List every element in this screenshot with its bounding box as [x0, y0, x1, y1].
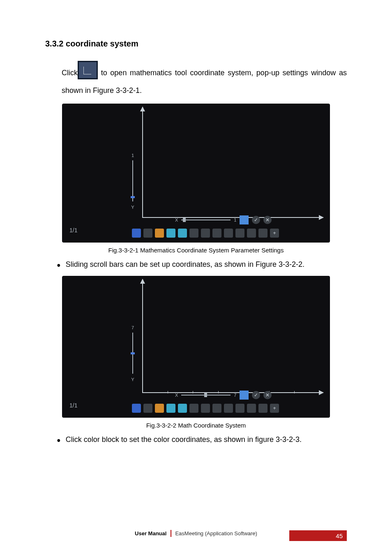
y-slider-value: 7	[128, 325, 138, 330]
arrow-right-icon	[319, 390, 324, 395]
arrow-right-icon	[319, 215, 324, 220]
x-slider-value: 1	[234, 217, 236, 222]
x-slider-track[interactable]	[181, 220, 231, 220]
toolbar-icon[interactable]	[247, 404, 256, 413]
toolbar-icon[interactable]	[224, 404, 233, 413]
screenshot-1: 1 Y X 1 ✓ ✕ 1/1	[62, 104, 330, 243]
para1-post: to open mathematics tool coordinate syst…	[62, 69, 347, 95]
bullet-icon: ●	[57, 260, 61, 270]
cancel-button[interactable]: ✕	[263, 216, 272, 224]
paragraph-1: Click to open mathematics tool coordinat…	[62, 61, 347, 99]
para1-pre: Click	[62, 69, 78, 77]
toolbar-icon[interactable]	[143, 404, 152, 413]
x-axis-label: X	[175, 393, 178, 398]
figure-1-caption: Fig.3-3-2-1 Mathematics Coordinate Syste…	[45, 247, 347, 254]
toolbar-icon[interactable]	[132, 404, 141, 413]
axes	[142, 279, 323, 393]
confirm-button[interactable]: ✓	[252, 216, 260, 224]
x-slider-row: X 7 ✓ ✕	[175, 391, 272, 400]
toolbar-icon[interactable]	[143, 229, 152, 238]
toolbar-icon[interactable]	[258, 229, 267, 238]
y-axis	[142, 107, 143, 218]
footer-user-manual: User Manual	[135, 530, 166, 536]
toolbar-icon[interactable]	[235, 229, 244, 238]
figure-2: 7 Y X 7 ✓ ✕ 1/1	[45, 276, 347, 418]
toolbar-icon[interactable]	[166, 229, 175, 238]
toolbar-icon[interactable]	[224, 229, 233, 238]
toolbar-icon[interactable]	[189, 404, 198, 413]
bullet-icon: ●	[57, 435, 61, 445]
toolbar-icon[interactable]	[201, 404, 210, 413]
footer-separator-icon: |	[170, 529, 172, 537]
arrow-up-icon	[140, 106, 145, 111]
bottom-toolbar: +	[132, 404, 279, 413]
y-slider-handle[interactable]	[131, 352, 135, 354]
toolbar-icon[interactable]	[155, 229, 164, 238]
toolbar-icon[interactable]	[258, 404, 267, 413]
toolbar-add-icon[interactable]: +	[270, 229, 279, 238]
bullet-2-text: Click color block to set the color coord…	[66, 435, 302, 444]
footer-software: EasMeeting (Application Software)	[175, 530, 257, 536]
y-slider-value: 1	[128, 153, 138, 158]
figure-2-caption: Fig.3-3-2-2 Math Coordinate System	[45, 422, 347, 429]
bullet-1: ● Sliding scroll bars can be set up coor…	[57, 260, 347, 270]
toolbar-icon[interactable]	[247, 229, 256, 238]
toolbar-icon[interactable]	[178, 404, 187, 413]
toolbar-icon[interactable]	[166, 404, 175, 413]
page-number-badge: 45	[289, 530, 347, 541]
y-slider[interactable]: 7 Y	[128, 325, 138, 386]
cancel-button[interactable]: ✕	[263, 391, 272, 399]
y-axis-label: Y	[128, 377, 138, 382]
toolbar-icon[interactable]	[212, 229, 221, 238]
figure-1: 1 Y X 1 ✓ ✕ 1/1	[45, 104, 347, 243]
axes	[142, 107, 323, 218]
x-slider-handle[interactable]	[204, 393, 207, 397]
y-slider[interactable]: 1 Y	[128, 153, 138, 214]
x-slider-row: X 1 ✓ ✕	[175, 215, 272, 224]
y-axis-label: Y	[128, 205, 138, 210]
y-slider-handle[interactable]	[131, 196, 135, 198]
x-slider-handle[interactable]	[183, 218, 186, 222]
y-axis	[142, 279, 143, 393]
document-page: 3.3.2 coordinate system Click to open ma…	[0, 0, 392, 555]
toolbar-icon[interactable]	[201, 229, 210, 238]
section-heading: 3.3.2 coordinate system	[45, 39, 347, 49]
bullet-2: ● Click color block to set the color coo…	[57, 435, 347, 445]
bullet-1-text: Sliding scroll bars can be set up coordi…	[66, 260, 304, 269]
x-slider-value: 7	[234, 393, 236, 398]
coordinate-icon	[78, 61, 98, 79]
x-axis-label: X	[175, 217, 178, 222]
toolbar-icon[interactable]	[132, 229, 141, 238]
toolbar-add-icon[interactable]: +	[270, 404, 279, 413]
toolbar-icon[interactable]	[235, 404, 244, 413]
color-swatch[interactable]	[240, 391, 249, 400]
page-counter: 1/1	[69, 402, 77, 409]
toolbar-icon[interactable]	[155, 404, 164, 413]
toolbar-icon[interactable]	[189, 229, 198, 238]
page-counter: 1/1	[69, 227, 77, 234]
bottom-toolbar: +	[132, 229, 279, 238]
arrow-up-icon	[140, 279, 145, 284]
x-slider-track[interactable]	[181, 395, 231, 395]
screenshot-2: 7 Y X 7 ✓ ✕ 1/1	[62, 276, 330, 418]
color-swatch[interactable]	[240, 215, 249, 224]
confirm-button[interactable]: ✓	[252, 391, 260, 399]
toolbar-icon[interactable]	[212, 404, 221, 413]
toolbar-icon[interactable]	[178, 229, 187, 238]
